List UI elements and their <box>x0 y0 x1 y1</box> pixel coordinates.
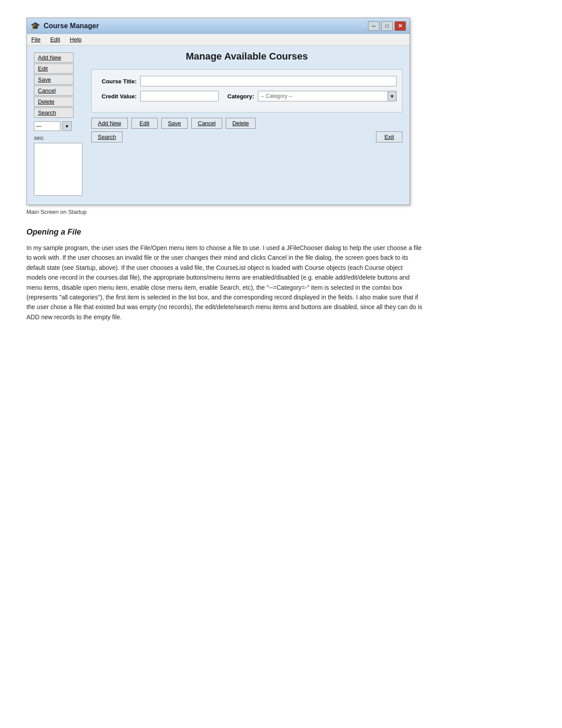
list-label: ses: <box>34 134 91 141</box>
menu-help[interactable]: Help <box>68 35 83 44</box>
list-section: ▼ ses: <box>34 121 91 196</box>
menu-bar: File Edit Help <box>27 34 409 45</box>
search-menu-button[interactable]: Search <box>34 108 74 118</box>
delete-button[interactable]: Delete <box>226 118 256 129</box>
course-title-row: Course Title: <box>97 76 397 86</box>
window-caption: Main Screen on Startup <box>26 209 536 215</box>
titlebar-left: 🎓 Course Manager <box>30 21 99 31</box>
cancel-menu-button[interactable]: Cancel <box>34 86 74 96</box>
dropdown-row: ▼ <box>34 121 91 131</box>
search-button[interactable]: Search <box>91 131 123 142</box>
main-content: Add New Edit Save Cancel Delete Search ▼… <box>27 45 409 205</box>
category-dropdown[interactable]: -- Category -- ▼ <box>258 91 397 101</box>
course-manager-window: 🎓 Course Manager ─ □ ✕ File Edit Help Ad… <box>26 18 410 205</box>
menu-edit[interactable]: Edit <box>48 35 62 44</box>
section-heading: Opening a File <box>26 228 536 237</box>
menu-file[interactable]: File <box>30 35 42 44</box>
add-new-menu-button[interactable]: Add New <box>34 52 74 63</box>
credit-value-label: Credit Value: <box>97 93 137 100</box>
category-dropdown-arrow-icon[interactable]: ▼ <box>387 91 396 101</box>
close-button[interactable]: ✕ <box>395 21 406 31</box>
titlebar-buttons: ─ □ ✕ <box>368 21 406 31</box>
cancel-button[interactable]: Cancel <box>191 118 222 129</box>
body-text: In my sample program, the user uses the … <box>26 243 423 322</box>
delete-menu-button[interactable]: Delete <box>34 97 74 107</box>
minimize-button[interactable]: ─ <box>368 21 380 31</box>
credit-value-input[interactable] <box>140 91 219 101</box>
app-icon: 🎓 <box>30 21 40 31</box>
window-title: Course Manager <box>44 22 99 30</box>
panel-heading: Manage Available Courses <box>91 51 402 62</box>
bottom-buttons-row2: Search Exit <box>91 131 402 142</box>
edit-button[interactable]: Edit <box>131 118 158 129</box>
maximize-button[interactable]: □ <box>381 21 393 31</box>
credit-category-row: Credit Value: Category: -- Category -- ▼ <box>97 91 397 101</box>
category-label: Category: <box>227 93 254 100</box>
dropdown-arrow-icon[interactable]: ▼ <box>62 121 72 131</box>
exit-button[interactable]: Exit <box>376 131 402 142</box>
form-area: Course Title: Credit Value: Category: --… <box>91 69 402 112</box>
edit-menu-button[interactable]: Edit <box>34 63 74 74</box>
save-menu-button[interactable]: Save <box>34 75 74 85</box>
dropdown-input[interactable] <box>34 121 60 131</box>
menu-buttons: Add New Edit Save Cancel Delete Search <box>34 52 91 118</box>
right-panel: Manage Available Courses Course Title: C… <box>91 51 402 196</box>
course-title-input[interactable] <box>140 76 397 86</box>
bottom-buttons-row1: Add New Edit Save Cancel Delete <box>91 118 402 129</box>
titlebar: 🎓 Course Manager ─ □ ✕ <box>27 18 409 34</box>
course-title-label: Course Title: <box>97 78 137 85</box>
add-new-button[interactable]: Add New <box>91 118 128 129</box>
courses-list-box[interactable] <box>34 143 82 196</box>
category-dropdown-text: -- Category -- <box>258 92 387 100</box>
save-button[interactable]: Save <box>161 118 188 129</box>
left-panel: Add New Edit Save Cancel Delete Search ▼… <box>34 51 91 196</box>
